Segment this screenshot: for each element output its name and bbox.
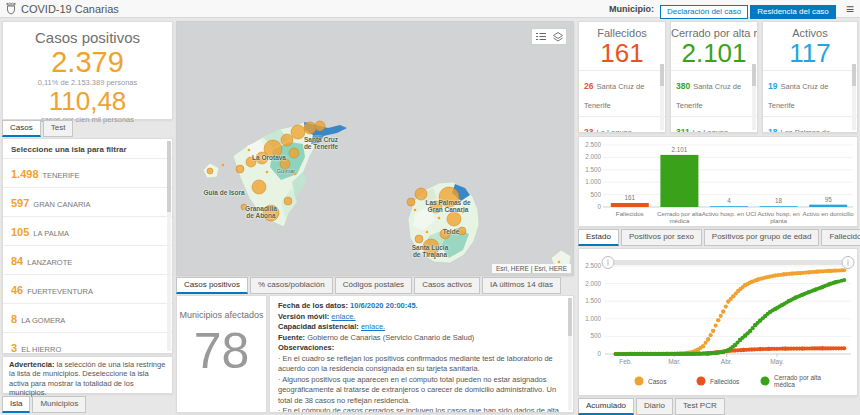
- island-name: LA PALMA: [33, 229, 69, 238]
- summary-list-item[interactable]: 311La Laguna: [671, 116, 757, 133]
- summary-list-item[interactable]: 26Santa Cruz de Tenerife: [579, 70, 665, 115]
- chart-tab-positivos-por-sexo[interactable]: Positivos por sexo: [621, 229, 702, 246]
- summary-scrollbar[interactable]: [852, 64, 856, 130]
- svg-text:Feb.: Feb.: [619, 358, 632, 365]
- info-line: Fecha de los datos: 10/6/2020 20:00:45.: [278, 301, 561, 312]
- svg-text:18: 18: [775, 197, 783, 204]
- series-tab-acumulado[interactable]: Acumulado: [578, 398, 634, 415]
- municipio-button-declaraci-n-del-caso[interactable]: Declaración del caso: [660, 5, 748, 19]
- info-link[interactable]: enlace.: [331, 312, 355, 321]
- legend-dot-fallecidos[interactable]: [697, 377, 706, 386]
- island-name: LA GOMERA: [21, 316, 65, 325]
- municipios-value: 78: [177, 326, 266, 376]
- map-layer-tabs: Casos positivos% casos/poblaciónCódigos …: [176, 277, 561, 294]
- summary-list-item[interactable]: 18Las Palmas de Gran Canaria: [763, 116, 857, 133]
- tab-isla[interactable]: Isla: [2, 396, 30, 413]
- island-row-la-gomera[interactable]: 8LA GOMERA: [3, 303, 172, 332]
- island-row-gran-canaria[interactable]: 597GRAN CANARIA: [3, 187, 172, 216]
- bar-activo-hosp-en-planta[interactable]: [760, 206, 798, 207]
- acumulado-chart-card: 05001.0001.5002.0002.500Feb.Mar.Abr.May.…: [578, 248, 858, 396]
- warning-panel: Advertencia: la selección de una isla re…: [2, 356, 173, 394]
- map-panel: Santa Cruz de TenerifeLa OrotavaGüímarGu…: [176, 21, 574, 276]
- summary-item-name: Las Palmas de Gran Canaria: [768, 128, 830, 133]
- svg-text:500: 500: [590, 191, 601, 198]
- summary-list: 19Santa Cruz de Tenerife18Las Palmas de …: [763, 70, 857, 133]
- summary-item-count: 380: [676, 81, 690, 91]
- island-row-el-hierro[interactable]: 3EL HIERRO: [3, 332, 172, 354]
- basemap-icon[interactable]: [553, 32, 563, 42]
- warning-label: Advertencia:: [9, 360, 54, 369]
- map-controls: [531, 28, 567, 45]
- map-tab-casos-activos[interactable]: Casos activos: [414, 277, 480, 294]
- island-name: FUERTEVENTURA: [27, 287, 93, 296]
- chart-tab-fallecidos-por-edad-y-sexo[interactable]: Fallecidos por edad y sexo: [821, 229, 860, 246]
- info-scrollbar[interactable]: [568, 298, 572, 410]
- island-filter-header: Seleccione una isla para filtrar: [3, 139, 172, 158]
- svg-text:Fallecidos: Fallecidos: [710, 378, 740, 385]
- legend-list-icon[interactable]: [536, 32, 546, 41]
- svg-text:Activo hosp. en: Activo hosp. en: [757, 210, 800, 217]
- summary-list-item[interactable]: 23La Laguna: [579, 116, 665, 133]
- bar-activo-en-domicilio[interactable]: [809, 205, 847, 207]
- bar-cerrado-por-alta-m-dica[interactable]: [660, 155, 698, 207]
- canary-islands-map[interactable]: [177, 22, 574, 276]
- bar-fallecidos[interactable]: [611, 203, 649, 207]
- summary-item-name: Santa Cruz de Tenerife: [584, 82, 644, 110]
- info-link[interactable]: enlace.: [361, 322, 385, 331]
- svg-text:161: 161: [625, 194, 636, 201]
- app-title: COVID-19 Canarias: [21, 3, 119, 15]
- info-line: · En el cómputo de casos cerrados se inc…: [278, 406, 561, 413]
- tab-municipios[interactable]: Municipios: [32, 396, 86, 413]
- summary-list-item[interactable]: 380Santa Cruz de Tenerife: [671, 70, 757, 115]
- summary-scrollbar[interactable]: [752, 64, 756, 130]
- chart-tab-positivos-por-grupo-de-edad[interactable]: Positivos por grupo de edad: [704, 229, 820, 246]
- svg-text:Mar.: Mar.: [668, 358, 681, 365]
- island-row-fuerteventura[interactable]: 46FUERTEVENTURA: [3, 274, 172, 303]
- island-row-la-palma[interactable]: 105LA PALMA: [3, 216, 172, 245]
- menu-icon[interactable]: ≡: [846, 4, 854, 14]
- island-count: 84: [11, 255, 23, 267]
- summary-scrollbar[interactable]: [660, 64, 664, 130]
- legend-dot-casos[interactable]: [635, 377, 644, 386]
- island-list-scrollbar[interactable]: [167, 141, 171, 351]
- svg-text:1.500: 1.500: [585, 166, 601, 173]
- positives-title: Casos positivos: [3, 29, 172, 46]
- summary-card-fallecidos: Fallecidos16126Santa Cruz de Tenerife23L…: [578, 21, 666, 133]
- series-tab-test-pcr[interactable]: Test PCR: [675, 398, 725, 415]
- map-tab-c-digos-postales[interactable]: Códigos postales: [335, 277, 412, 294]
- legend-dot-cerrado-por-alta-m-dica[interactable]: [761, 377, 770, 386]
- map-tab-casos-poblaci-n[interactable]: % casos/población: [250, 277, 333, 294]
- map-tab-casos-positivos[interactable]: Casos positivos: [176, 277, 248, 294]
- island-count: 8: [11, 313, 17, 325]
- tab-casos[interactable]: Casos: [2, 120, 41, 137]
- summary-item-name: La Laguna: [693, 128, 728, 133]
- island-list: 1.498TENERIFE597GRAN CANARIA105LA PALMA8…: [3, 158, 172, 354]
- svg-text:2.000: 2.000: [585, 153, 601, 160]
- info-panel: Fecha de los datos: 10/6/2020 20:00:45.V…: [269, 295, 574, 413]
- island-count: 105: [11, 226, 29, 238]
- svg-text:2.500: 2.500: [585, 141, 601, 148]
- summary-value: 117: [763, 40, 857, 67]
- info-label: Capacidad asistencial:: [278, 322, 361, 331]
- estado-chart-card: 05001.0001.5002.0002.500161Fallecidos2.1…: [578, 136, 858, 227]
- svg-text:0: 0: [597, 350, 601, 357]
- positives-rate: 110,48: [3, 88, 172, 114]
- info-label: Fecha de los datos:: [278, 301, 350, 310]
- island-filter-card: Seleccione una isla para filtrar 1.498TE…: [2, 138, 173, 354]
- svg-text:0: 0: [597, 203, 601, 210]
- svg-text:May.: May.: [770, 358, 784, 366]
- svg-text:1.000: 1.000: [585, 178, 601, 185]
- summary-card-activos: Activos11719Santa Cruz de Tenerife18Las …: [762, 21, 858, 133]
- info-line: Observaciones:: [278, 343, 561, 354]
- map-tab-ia-ltimos-14-d-as[interactable]: IA últimos 14 días: [482, 277, 561, 294]
- series-tab-diario[interactable]: Diario: [636, 398, 673, 415]
- tab-test[interactable]: Test: [43, 120, 74, 137]
- municipio-button-residencia-del-caso[interactable]: Residencia del caso: [750, 5, 836, 19]
- island-row-lanzarote[interactable]: 84LANZAROTE: [3, 245, 172, 274]
- summary-list-item[interactable]: 19Santa Cruz de Tenerife: [763, 70, 857, 115]
- chart-tab-estado[interactable]: Estado: [578, 229, 619, 246]
- info-line: Fuente: Gobierno de Canarias (Servicio C…: [278, 333, 561, 344]
- acumulado-tabs: AcumuladoDiarioTest PCR: [578, 398, 725, 415]
- bar-activo-hosp-en-uci[interactable]: [710, 206, 748, 207]
- island-row-tenerife[interactable]: 1.498TENERIFE: [3, 158, 172, 187]
